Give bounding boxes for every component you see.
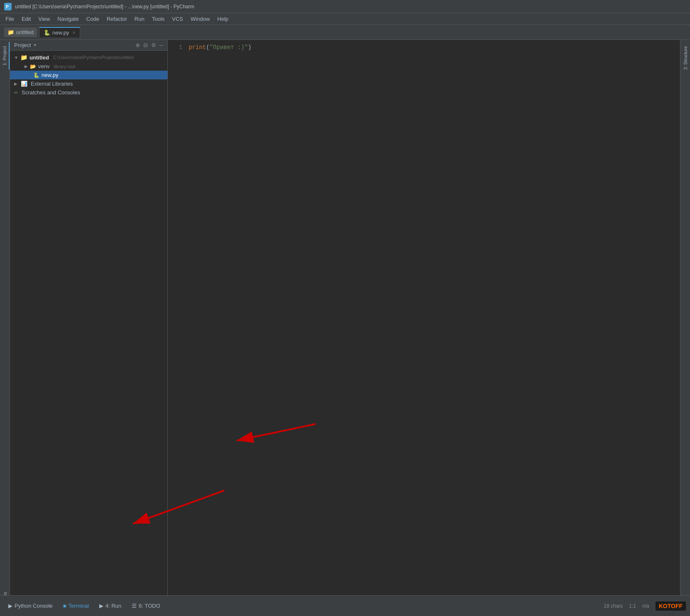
python-console-button[interactable]: ▶ Python Console xyxy=(4,601,57,611)
tree-root-path: C:\Users\seria\PycharmProjects\untitled xyxy=(53,55,134,60)
terminal-button[interactable]: ■ Terminal xyxy=(59,601,93,611)
venv-expand-icon: ▶ xyxy=(25,64,28,69)
project-panel-label: Project xyxy=(14,42,31,48)
file-tab-new-py[interactable]: 🐍 new.py ✕ xyxy=(39,27,80,37)
string-value: "Привет :)" xyxy=(209,44,248,51)
status-bar-right: 18 chars 1:1 n/a KOTOFF xyxy=(604,601,686,611)
collapse-icon[interactable]: ⊟ xyxy=(143,42,148,48)
python-console-icon: ▶ xyxy=(8,603,12,609)
menu-refactor[interactable]: Refactor xyxy=(103,15,130,23)
chars-status: 18 chars xyxy=(604,603,623,609)
minimize-icon[interactable]: ─ xyxy=(160,42,163,48)
scratches-icon: ✏ xyxy=(14,90,18,96)
tree-venv-label: venv xyxy=(38,63,49,69)
extlibs-expand-icon: ▶ xyxy=(14,81,17,86)
title-bar: P untitled [C:\Users\seria\PycharmProjec… xyxy=(0,0,690,13)
line-number-1: 1 xyxy=(168,44,182,51)
tree-item-new-py[interactable]: 🐍 new.py xyxy=(10,71,167,79)
keyword-print: print xyxy=(189,44,206,51)
tabs-row: 📁 untitled 🐍 new.py ✕ xyxy=(0,25,690,40)
lf-status: n/a xyxy=(642,603,649,609)
menu-help[interactable]: Help xyxy=(214,15,232,23)
tree-item-scratches[interactable]: ✏ Scratches and Consoles xyxy=(10,88,167,97)
tree-item-root[interactable]: ▼ 📁 untitled C:\Users\seria\PycharmProje… xyxy=(10,53,167,62)
menu-run[interactable]: Run xyxy=(131,15,148,23)
tree-scratches-label: Scratches and Consoles xyxy=(22,89,80,96)
position-status: 1:1 xyxy=(629,603,636,609)
code-editor[interactable]: 1 print("Привет :)") xyxy=(168,40,680,595)
bottom-toolbar: ▶ Python Console ■ Terminal ▶ 4: Run ☰ 6… xyxy=(0,595,690,616)
sidebar-item-structure[interactable]: 2: Structure xyxy=(681,42,690,74)
py-file-icon-tree: 🐍 xyxy=(33,72,39,78)
menu-edit[interactable]: Edit xyxy=(18,15,34,23)
tree-extlibs-label: External Libraries xyxy=(31,81,73,87)
left-panel-tabs: 1: Project xyxy=(0,40,10,595)
project-panel-title: Project ▼ xyxy=(14,42,37,48)
locate-icon[interactable]: ⊕ xyxy=(135,42,140,48)
python-console-label: Python Console xyxy=(15,603,53,609)
tree-root-label: untitled xyxy=(29,54,49,61)
svg-text:P: P xyxy=(6,5,9,9)
tree-item-venv[interactable]: ▶ 📂 venv library root xyxy=(10,62,167,71)
todo-icon: ☰ xyxy=(132,603,137,609)
todo-label: 6: TODO xyxy=(139,603,160,609)
sidebar-item-project[interactable]: 1: Project xyxy=(0,42,10,69)
window-title: untitled [C:\Users\seria\PycharmProjects… xyxy=(15,4,194,10)
project-tab-label: untitled xyxy=(16,29,34,35)
file-tab-close[interactable]: ✕ xyxy=(72,30,76,35)
project-panel: Project ▼ ⊕ ⊟ ⚙ ─ ▼ 📁 untitled C:\Users\… xyxy=(10,40,168,595)
right-panel-tabs: 2: Structure xyxy=(680,40,690,595)
file-tab-label: new.py xyxy=(52,30,69,36)
run-button[interactable]: ▶ 4: Run xyxy=(95,601,125,611)
venv-folder-icon: 📂 xyxy=(30,64,36,69)
menu-view[interactable]: View xyxy=(35,15,53,23)
paren-close: ) xyxy=(248,44,251,51)
expand-arrow-icon: ▼ xyxy=(14,55,18,60)
menu-bar: File Edit View Navigate Code Refactor Ru… xyxy=(0,13,690,25)
settings-icon[interactable]: ⚙ xyxy=(151,42,156,48)
code-text[interactable]: print("Привет :)") xyxy=(189,44,680,591)
todo-button[interactable]: ☰ 6: TODO xyxy=(128,601,165,611)
terminal-icon: ■ xyxy=(63,603,66,609)
extlibs-icon: 📊 xyxy=(21,81,27,87)
menu-file[interactable]: File xyxy=(2,15,17,23)
menu-code[interactable]: Code xyxy=(83,15,103,23)
tree-item-ext-libs[interactable]: ▶ 📊 External Libraries xyxy=(10,79,167,88)
tree-venv-suffix: library root xyxy=(54,64,75,69)
py-file-icon: 🐍 xyxy=(44,30,50,36)
project-breadcrumb[interactable]: 📁 untitled xyxy=(4,27,37,37)
run-label: 4: Run xyxy=(106,603,121,609)
menu-tools[interactable]: Tools xyxy=(149,15,168,23)
root-folder-icon: 📁 xyxy=(20,54,27,61)
tree-newpy-label: new.py xyxy=(42,72,58,78)
menu-window[interactable]: Window xyxy=(187,15,213,23)
panel-header-actions: ⊕ ⊟ ⚙ ─ xyxy=(135,42,163,48)
menu-vcs[interactable]: VCS xyxy=(169,15,187,23)
app-icon: P xyxy=(4,3,12,10)
folder-icon: 📁 xyxy=(7,29,14,35)
project-panel-header: Project ▼ ⊕ ⊟ ⚙ ─ xyxy=(10,40,167,51)
project-tree: ▼ 📁 untitled C:\Users\seria\PycharmProje… xyxy=(10,51,167,595)
run-icon: ▶ xyxy=(99,603,103,609)
editor-area[interactable]: 1 print("Привет :)") xyxy=(168,40,680,595)
line-numbers: 1 xyxy=(168,44,189,591)
kotoff-logo: KOTOFF xyxy=(656,601,686,611)
menu-navigate[interactable]: Navigate xyxy=(54,15,82,23)
dropdown-arrow-icon: ▼ xyxy=(33,43,37,47)
terminal-button-label: Terminal xyxy=(69,603,89,609)
code-line-1: print("Привет :)") xyxy=(189,44,680,51)
